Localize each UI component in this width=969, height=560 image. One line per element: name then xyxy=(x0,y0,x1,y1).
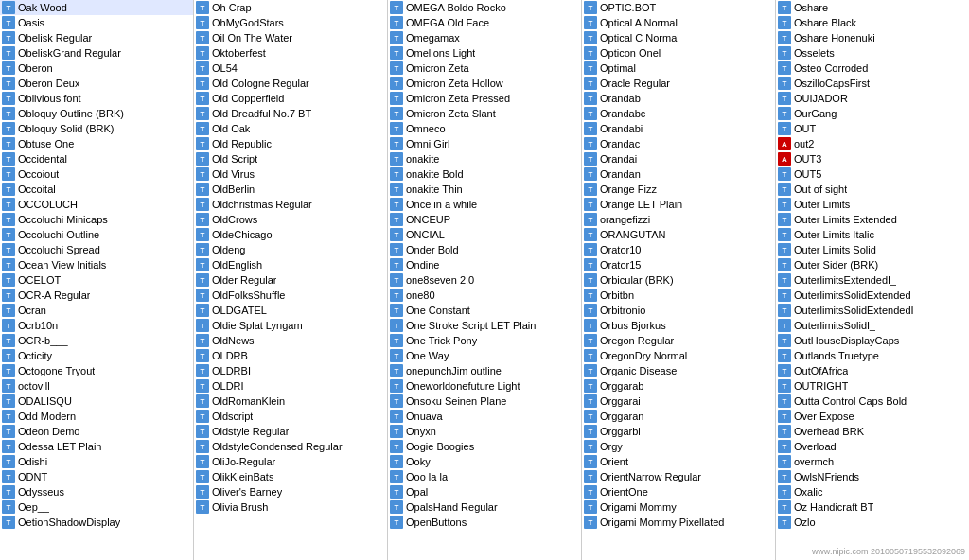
list-item[interactable]: TOregonDry Normal xyxy=(582,348,775,363)
list-item[interactable]: TOrandab xyxy=(582,91,775,106)
list-item[interactable]: TOneworldonefuture Light xyxy=(388,378,581,394)
list-item[interactable]: TOnder Bold xyxy=(388,242,581,257)
list-item[interactable]: TOurGang xyxy=(776,106,969,121)
list-item[interactable]: TOuterlimitsSolidI_ xyxy=(776,318,969,333)
list-item[interactable]: TOlivia Brush xyxy=(194,499,387,515)
list-item[interactable]: TOrggarai xyxy=(582,394,775,409)
list-item[interactable]: TOrgy xyxy=(582,439,775,454)
list-item[interactable]: TOccoluchi Spread xyxy=(0,242,193,257)
list-item[interactable]: TOuter Sider (BRK) xyxy=(776,257,969,272)
list-item[interactable]: TORANGUTAN xyxy=(582,227,775,242)
list-item[interactable]: TOUIJADOR xyxy=(776,91,969,106)
list-item[interactable]: Tonakite xyxy=(388,151,581,166)
list-item[interactable]: TOracle Regular xyxy=(582,76,775,91)
list-item[interactable]: TOsselets xyxy=(776,45,969,61)
list-item[interactable]: TOuter Limits Italic xyxy=(776,227,969,242)
list-item[interactable]: TOndine xyxy=(388,257,581,272)
list-item[interactable]: Tonakite Bold xyxy=(388,166,581,182)
list-item[interactable]: TOrange LET Plain xyxy=(582,197,775,212)
list-item[interactable]: TOldeng xyxy=(194,242,387,257)
list-item[interactable]: TOrggaran xyxy=(582,409,775,424)
list-item[interactable]: TOne Trick Pony xyxy=(388,333,581,348)
list-item[interactable]: TOuter Limits xyxy=(776,197,969,212)
list-item[interactable]: TOccoluchi Outline xyxy=(0,227,193,242)
list-item[interactable]: TOver Expose xyxy=(776,409,969,424)
list-item[interactable]: TOdysseus xyxy=(0,484,193,499)
list-item[interactable]: TOctogone Tryout xyxy=(0,363,193,378)
list-item[interactable]: TOldFolksShuffle xyxy=(194,288,387,303)
list-item[interactable]: TOshare Black xyxy=(776,15,969,30)
list-item[interactable]: TOrigami Mommy Pixellated xyxy=(582,515,775,530)
list-item[interactable]: TOrggarbi xyxy=(582,424,775,439)
list-item[interactable]: TOldchristmas Regular xyxy=(194,197,387,212)
list-item[interactable]: TOrange Fizz xyxy=(582,182,775,197)
list-item[interactable]: TOrandan xyxy=(582,166,775,182)
list-item[interactable]: TOMEGA Boldo Rocko xyxy=(388,0,581,15)
list-item[interactable]: TOptimal xyxy=(582,61,775,76)
list-item[interactable]: TODNT xyxy=(0,469,193,484)
list-item[interactable]: Torangefizzi xyxy=(582,212,775,227)
list-item[interactable]: TOrbitronio xyxy=(582,303,775,318)
list-item[interactable]: TOPTIC.BOT xyxy=(582,0,775,15)
list-item[interactable]: TonepunchJim outline xyxy=(388,363,581,378)
list-item[interactable]: TOne Way xyxy=(388,348,581,363)
list-item[interactable]: TOliver's Barney xyxy=(194,484,387,499)
list-item[interactable]: TOh Crap xyxy=(194,0,387,15)
list-item[interactable]: TOldscript xyxy=(194,409,387,424)
list-item[interactable]: TOoo la la xyxy=(388,469,581,484)
list-item[interactable]: TOshare Honenuki xyxy=(776,30,969,45)
list-item[interactable]: TOutHouseDisplayCaps xyxy=(776,333,969,348)
list-item[interactable]: TOld Dreadful No.7 BT xyxy=(194,106,387,121)
list-item[interactable]: TOnuava xyxy=(388,409,581,424)
list-item[interactable]: TOmni Girl xyxy=(388,136,581,151)
list-item[interactable]: TObloquy Solid (BRK) xyxy=(0,121,193,136)
list-item[interactable]: TOccoluchi Minicaps xyxy=(0,212,193,227)
list-item[interactable]: TOberon xyxy=(0,61,193,76)
list-item[interactable]: TOuterlimitsSolidExtendedI xyxy=(776,303,969,318)
list-item[interactable]: TOszilloCapsFirst xyxy=(776,76,969,91)
list-item[interactable]: TObelisk Regular xyxy=(0,30,193,45)
list-item[interactable]: TOliJo-Regular xyxy=(194,454,387,469)
list-item[interactable]: TOLDRI xyxy=(194,378,387,394)
list-item[interactable]: TONCEUP xyxy=(388,212,581,227)
list-item[interactable]: TOne Stroke Script LET Plain xyxy=(388,318,581,333)
list-item[interactable]: TOblivious font xyxy=(0,91,193,106)
list-item[interactable]: TOverload xyxy=(776,439,969,454)
list-item[interactable]: TOhMyGodStars xyxy=(194,15,387,30)
list-item[interactable]: TOldRomanKlein xyxy=(194,394,387,409)
list-item[interactable]: TOptical C Normal xyxy=(582,30,775,45)
list-item[interactable]: TOptical A Normal xyxy=(582,15,775,30)
list-item[interactable]: TOccoiout xyxy=(0,166,193,182)
list-item[interactable]: TOsteo Corroded xyxy=(776,61,969,76)
list-item[interactable]: Aout2 xyxy=(776,136,969,151)
list-item[interactable]: TOmicron Zeta xyxy=(388,61,581,76)
list-item[interactable]: TOCELOT xyxy=(0,272,193,288)
list-item[interactable]: TOrbicular (BRK) xyxy=(582,272,775,288)
list-item[interactable]: TOccoital xyxy=(0,182,193,197)
list-item[interactable]: Toctovill xyxy=(0,378,193,394)
list-item[interactable]: TOL54 xyxy=(194,61,387,76)
list-item[interactable]: TOuterlimitsSolidExtended xyxy=(776,288,969,303)
list-item[interactable]: TOLDRBI xyxy=(194,363,387,378)
list-item[interactable]: TOxalic xyxy=(776,484,969,499)
list-item[interactable]: TOldie Splat Lyngam xyxy=(194,318,387,333)
list-item[interactable]: TOwlsNFriends xyxy=(776,469,969,484)
list-item[interactable]: Tone8seven 2.0 xyxy=(388,272,581,288)
list-item[interactable]: TOdeon Demo xyxy=(0,424,193,439)
list-item[interactable]: TOnsoku Seinen Plane xyxy=(388,394,581,409)
list-item[interactable]: TOdishi xyxy=(0,454,193,469)
list-item[interactable]: TOberon Deux xyxy=(0,76,193,91)
list-item[interactable]: TOLDRB xyxy=(194,348,387,363)
list-item[interactable]: TOld Republic xyxy=(194,136,387,151)
list-item[interactable]: TOrbitbn xyxy=(582,288,775,303)
list-item[interactable]: TOmicron Zeta Slant xyxy=(388,106,581,121)
list-item[interactable]: TOz Handicraft BT xyxy=(776,499,969,515)
list-item[interactable]: TOzlo xyxy=(776,515,969,530)
list-item[interactable]: TOregon Regular xyxy=(582,333,775,348)
list-item[interactable]: TOccidental xyxy=(0,151,193,166)
list-item[interactable]: TOldEnglish xyxy=(194,257,387,272)
list-item[interactable]: TONCIAL xyxy=(388,227,581,242)
list-item[interactable]: TOrator10 xyxy=(582,242,775,257)
list-item[interactable]: TOCR-A Regular xyxy=(0,288,193,303)
list-item[interactable]: TOcticity xyxy=(0,348,193,363)
